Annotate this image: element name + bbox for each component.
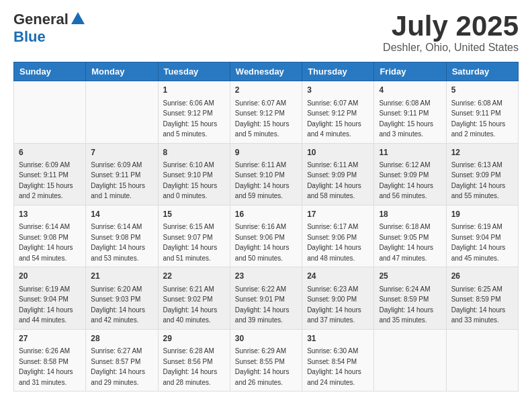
- calendar-week-1: 1Sunrise: 6:06 AM Sunset: 9:12 PM Daylig…: [14, 81, 519, 143]
- day-number: 28: [91, 333, 152, 345]
- calendar-cell: 31Sunrise: 6:30 AM Sunset: 8:54 PM Dayli…: [302, 329, 374, 391]
- day-info: Sunrise: 6:25 AM Sunset: 8:59 PM Dayligh…: [451, 285, 506, 324]
- day-number: 30: [235, 333, 297, 345]
- calendar-cell: 26Sunrise: 6:25 AM Sunset: 8:59 PM Dayli…: [446, 267, 518, 329]
- day-info: Sunrise: 6:11 AM Sunset: 9:10 PM Dayligh…: [235, 161, 290, 200]
- day-number: 4: [379, 85, 441, 96]
- day-number: 13: [19, 209, 81, 220]
- location-text: Deshler, Ohio, United States: [383, 42, 519, 54]
- calendar-header-row: SundayMondayTuesdayWednesdayThursdayFrid…: [14, 62, 519, 81]
- day-number: 7: [91, 147, 152, 158]
- calendar-cell: 9Sunrise: 6:11 AM Sunset: 9:10 PM Daylig…: [230, 143, 302, 205]
- day-info: Sunrise: 6:15 AM Sunset: 9:07 PM Dayligh…: [163, 223, 218, 262]
- day-info: Sunrise: 6:30 AM Sunset: 8:54 PM Dayligh…: [307, 347, 361, 386]
- day-info: Sunrise: 6:19 AM Sunset: 9:04 PM Dayligh…: [451, 223, 506, 262]
- calendar-cell: 20Sunrise: 6:19 AM Sunset: 9:04 PM Dayli…: [14, 267, 86, 329]
- day-number: 16: [235, 209, 297, 220]
- calendar-cell: 18Sunrise: 6:18 AM Sunset: 9:05 PM Dayli…: [374, 205, 446, 267]
- weekday-header-thursday: Thursday: [302, 62, 374, 81]
- calendar-cell: 14Sunrise: 6:14 AM Sunset: 9:08 PM Dayli…: [86, 205, 158, 267]
- day-info: Sunrise: 6:26 AM Sunset: 8:58 PM Dayligh…: [19, 347, 73, 386]
- weekday-header-sunday: Sunday: [14, 62, 86, 81]
- day-number: 10: [307, 147, 369, 158]
- day-number: 17: [307, 209, 369, 220]
- day-info: Sunrise: 6:24 AM Sunset: 8:59 PM Dayligh…: [379, 285, 433, 324]
- calendar-cell: 21Sunrise: 6:20 AM Sunset: 9:03 PM Dayli…: [86, 267, 158, 329]
- day-number: 6: [19, 147, 81, 158]
- day-number: 1: [163, 85, 225, 96]
- calendar-cell: 25Sunrise: 6:24 AM Sunset: 8:59 PM Dayli…: [374, 267, 446, 329]
- calendar-cell: 4Sunrise: 6:08 AM Sunset: 9:11 PM Daylig…: [374, 81, 446, 143]
- calendar-cell: 6Sunrise: 6:09 AM Sunset: 9:11 PM Daylig…: [14, 143, 86, 205]
- calendar-cell: 5Sunrise: 6:08 AM Sunset: 9:11 PM Daylig…: [446, 81, 518, 143]
- logo: General Blue: [13, 11, 85, 46]
- day-info: Sunrise: 6:19 AM Sunset: 9:04 PM Dayligh…: [19, 285, 73, 324]
- day-info: Sunrise: 6:13 AM Sunset: 9:09 PM Dayligh…: [451, 161, 506, 200]
- calendar-week-5: 27Sunrise: 6:26 AM Sunset: 8:58 PM Dayli…: [14, 329, 519, 391]
- calendar-cell: 10Sunrise: 6:11 AM Sunset: 9:09 PM Dayli…: [302, 143, 374, 205]
- calendar-cell: 24Sunrise: 6:23 AM Sunset: 9:00 PM Dayli…: [302, 267, 374, 329]
- logo-blue-text: Blue: [13, 28, 46, 46]
- calendar-cell: 27Sunrise: 6:26 AM Sunset: 8:58 PM Dayli…: [14, 329, 86, 391]
- day-info: Sunrise: 6:09 AM Sunset: 9:11 PM Dayligh…: [19, 161, 73, 200]
- calendar-week-2: 6Sunrise: 6:09 AM Sunset: 9:11 PM Daylig…: [14, 143, 519, 205]
- day-info: Sunrise: 6:23 AM Sunset: 9:00 PM Dayligh…: [307, 285, 361, 324]
- calendar-cell: 7Sunrise: 6:09 AM Sunset: 9:11 PM Daylig…: [86, 143, 158, 205]
- day-number: 22: [163, 271, 225, 282]
- day-number: 18: [379, 209, 441, 220]
- day-info: Sunrise: 6:16 AM Sunset: 9:06 PM Dayligh…: [235, 223, 290, 262]
- calendar-week-3: 13Sunrise: 6:14 AM Sunset: 9:08 PM Dayli…: [14, 205, 519, 267]
- day-info: Sunrise: 6:11 AM Sunset: 9:09 PM Dayligh…: [307, 161, 361, 200]
- day-info: Sunrise: 6:29 AM Sunset: 8:55 PM Dayligh…: [235, 347, 290, 386]
- day-number: 15: [163, 209, 225, 220]
- day-info: Sunrise: 6:10 AM Sunset: 9:10 PM Dayligh…: [163, 161, 218, 200]
- calendar-week-4: 20Sunrise: 6:19 AM Sunset: 9:04 PM Dayli…: [14, 267, 519, 329]
- weekday-header-monday: Monday: [86, 62, 158, 81]
- day-info: Sunrise: 6:18 AM Sunset: 9:05 PM Dayligh…: [379, 223, 433, 262]
- weekday-header-saturday: Saturday: [446, 62, 518, 81]
- calendar-cell: 13Sunrise: 6:14 AM Sunset: 9:08 PM Dayli…: [14, 205, 86, 267]
- day-number: 23: [235, 271, 297, 282]
- calendar-cell: 22Sunrise: 6:21 AM Sunset: 9:02 PM Dayli…: [158, 267, 230, 329]
- day-info: Sunrise: 6:08 AM Sunset: 9:11 PM Dayligh…: [379, 99, 433, 138]
- calendar-cell: 23Sunrise: 6:22 AM Sunset: 9:01 PM Dayli…: [230, 267, 302, 329]
- day-number: 8: [163, 147, 225, 158]
- calendar-cell: 3Sunrise: 6:07 AM Sunset: 9:12 PM Daylig…: [302, 81, 374, 143]
- day-number: 29: [163, 333, 225, 345]
- day-number: 26: [451, 271, 513, 282]
- day-number: 19: [451, 209, 513, 220]
- day-number: 25: [379, 271, 441, 282]
- day-info: Sunrise: 6:21 AM Sunset: 9:02 PM Dayligh…: [163, 285, 218, 324]
- weekday-header-tuesday: Tuesday: [158, 62, 230, 81]
- day-info: Sunrise: 6:12 AM Sunset: 9:09 PM Dayligh…: [379, 161, 433, 200]
- calendar-cell: 8Sunrise: 6:10 AM Sunset: 9:10 PM Daylig…: [158, 143, 230, 205]
- day-info: Sunrise: 6:09 AM Sunset: 9:11 PM Dayligh…: [91, 161, 145, 200]
- calendar-body: 1Sunrise: 6:06 AM Sunset: 9:12 PM Daylig…: [14, 81, 519, 392]
- page-header: General Blue July 2025 Deshler, Ohio, Un…: [13, 11, 519, 54]
- day-number: 27: [19, 333, 81, 345]
- month-title: July 2025: [383, 11, 519, 42]
- day-info: Sunrise: 6:07 AM Sunset: 9:12 PM Dayligh…: [235, 99, 290, 138]
- logo-general-text: General: [13, 11, 69, 28]
- calendar-cell: 15Sunrise: 6:15 AM Sunset: 9:07 PM Dayli…: [158, 205, 230, 267]
- title-block: July 2025 Deshler, Ohio, United States: [383, 11, 519, 54]
- calendar-cell: 30Sunrise: 6:29 AM Sunset: 8:55 PM Dayli…: [230, 329, 302, 391]
- day-number: 24: [307, 271, 369, 282]
- day-info: Sunrise: 6:22 AM Sunset: 9:01 PM Dayligh…: [235, 285, 290, 324]
- calendar-cell: [86, 81, 158, 143]
- calendar-cell: [14, 81, 86, 143]
- day-number: 2: [235, 85, 297, 96]
- day-number: 14: [91, 209, 152, 220]
- day-number: 31: [307, 333, 369, 345]
- calendar-cell: 12Sunrise: 6:13 AM Sunset: 9:09 PM Dayli…: [446, 143, 518, 205]
- calendar-cell: 1Sunrise: 6:06 AM Sunset: 9:12 PM Daylig…: [158, 81, 230, 143]
- day-info: Sunrise: 6:28 AM Sunset: 8:56 PM Dayligh…: [163, 347, 218, 386]
- calendar-cell: [446, 329, 518, 391]
- calendar-cell: 19Sunrise: 6:19 AM Sunset: 9:04 PM Dayli…: [446, 205, 518, 267]
- weekday-header-friday: Friday: [374, 62, 446, 81]
- calendar-cell: 2Sunrise: 6:07 AM Sunset: 9:12 PM Daylig…: [230, 81, 302, 143]
- calendar-cell: 17Sunrise: 6:17 AM Sunset: 9:06 PM Dayli…: [302, 205, 374, 267]
- calendar-cell: 28Sunrise: 6:27 AM Sunset: 8:57 PM Dayli…: [86, 329, 158, 391]
- calendar-cell: [374, 329, 446, 391]
- weekday-header-wednesday: Wednesday: [230, 62, 302, 81]
